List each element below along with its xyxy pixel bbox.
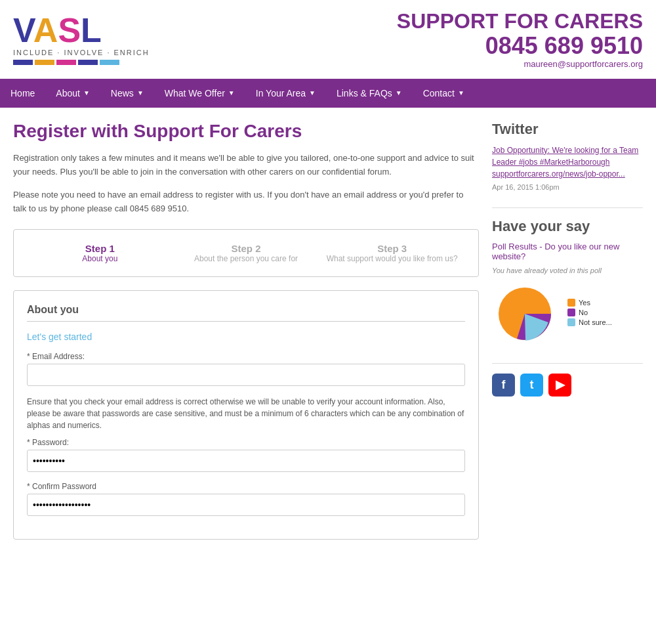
legend-dot-no: [567, 309, 575, 316]
pie-chart: [492, 281, 558, 347]
site-header: VASL INCLUDE · INVOLVE · ENRICH SUPPORT …: [0, 0, 656, 79]
poll-chart-area: Yes No Not sure...: [492, 281, 643, 347]
legend-no-label: No: [579, 309, 588, 316]
bar4: [78, 60, 98, 65]
section-title: About you: [27, 304, 465, 322]
twitter-tweet[interactable]: Job Opportunity: We're looking for a Tea…: [492, 144, 643, 180]
header-email: maureen@supportforcarers.org: [397, 59, 643, 69]
nav-what-we-offer[interactable]: What We Offer ▼: [154, 79, 245, 108]
facebook-icon[interactable]: f: [492, 374, 515, 397]
form-hint: Ensure that you check your email address…: [27, 396, 465, 431]
main-nav: Home About ▼ News ▼ What We Offer ▼ In Y…: [0, 79, 656, 108]
step-3: Step 3 What support would you like from …: [319, 243, 465, 263]
logo-text: VASL: [13, 13, 150, 47]
step-1-label: About you: [27, 254, 173, 263]
phone-number: 0845 689 9510: [397, 33, 643, 59]
step-2-number: Step 2: [173, 243, 319, 254]
twitter-title: Twitter: [492, 121, 643, 138]
sidebar-divider-2: [492, 363, 643, 364]
twitter-date: Apr 16, 2015 1:06pm: [492, 183, 643, 191]
confirm-password-group: * Confirm Password: [27, 482, 465, 516]
support-title: SUPPORT FOR CARERS: [397, 10, 643, 33]
step-1-number: Step 1: [27, 243, 173, 254]
email-input[interactable]: [27, 364, 465, 386]
bar3: [56, 60, 76, 65]
step-3-number: Step 3: [319, 243, 465, 254]
logo-tagline: INCLUDE · INVOLVE · ENRICH: [13, 49, 150, 56]
nav-news[interactable]: News ▼: [100, 79, 154, 108]
form-section: About you Let's get started * Email Addr…: [13, 290, 479, 540]
legend-not-sure-label: Not sure...: [579, 318, 612, 326]
bar1: [13, 60, 33, 65]
logo-bars: [13, 60, 150, 65]
steps-container: Step 1 About you Step 2 About the person…: [13, 229, 479, 277]
email-group: * Email Address:: [27, 352, 465, 386]
sidebar: Twitter Job Opportunity: We're looking f…: [492, 121, 643, 540]
step-3-label: What support would you like from us?: [319, 254, 465, 263]
twitter-social-icon[interactable]: t: [520, 374, 543, 397]
logo[interactable]: VASL INCLUDE · INVOLVE · ENRICH: [13, 13, 150, 65]
youtube-icon[interactable]: ▶: [548, 374, 571, 397]
bar5: [100, 60, 119, 65]
header-right: SUPPORT FOR CARERS 0845 689 9510 maureen…: [397, 10, 643, 69]
intro-text-2: Please note you need to have an email ad…: [13, 188, 479, 216]
nav-contact[interactable]: Contact ▼: [413, 79, 475, 108]
step-2: Step 2 About the person you care for: [173, 243, 319, 263]
email-label: * Email Address:: [27, 352, 465, 361]
nav-in-your-area[interactable]: In Your Area ▼: [245, 79, 326, 108]
bar2: [35, 60, 54, 65]
legend-yes: Yes: [567, 299, 612, 307]
sidebar-divider-1: [492, 207, 643, 208]
poll-question: Poll Results - Do you like our new websi…: [492, 242, 643, 261]
intro-text-1: Registration only takes a few minutes an…: [13, 152, 479, 179]
legend-dot-not-sure: [567, 318, 575, 326]
legend-dot-yes: [567, 299, 575, 307]
poll-section: Have your say Poll Results - Do you like…: [492, 218, 643, 347]
legend-yes-label: Yes: [579, 299, 590, 307]
password-label: * Password:: [27, 438, 465, 447]
legend-not-sure: Not sure...: [567, 318, 612, 326]
step-1: Step 1 About you: [27, 243, 173, 263]
confirm-password-label: * Confirm Password: [27, 482, 465, 491]
twitter-section: Twitter Job Opportunity: We're looking f…: [492, 121, 643, 191]
password-input[interactable]: [27, 450, 465, 472]
confirm-password-input[interactable]: [27, 494, 465, 516]
password-group: * Password:: [27, 438, 465, 472]
nav-home[interactable]: Home: [0, 79, 45, 108]
pie-legend: Yes No Not sure...: [567, 299, 612, 328]
step-2-label: About the person you care for: [173, 254, 319, 263]
poll-voted: You have already voted in this poll: [492, 267, 643, 274]
content-area: Register with Support For Carers Registr…: [13, 121, 479, 540]
social-icons: f t ▶: [492, 374, 643, 397]
nav-links-faqs[interactable]: Links & FAQs ▼: [326, 79, 413, 108]
legend-no: No: [567, 309, 612, 316]
main-container: Register with Support For Carers Registr…: [0, 108, 656, 553]
poll-title: Have your say: [492, 218, 643, 235]
page-title: Register with Support For Carers: [13, 121, 479, 142]
nav-about[interactable]: About ▼: [45, 79, 100, 108]
section-subtitle: Let's get started: [27, 332, 465, 342]
